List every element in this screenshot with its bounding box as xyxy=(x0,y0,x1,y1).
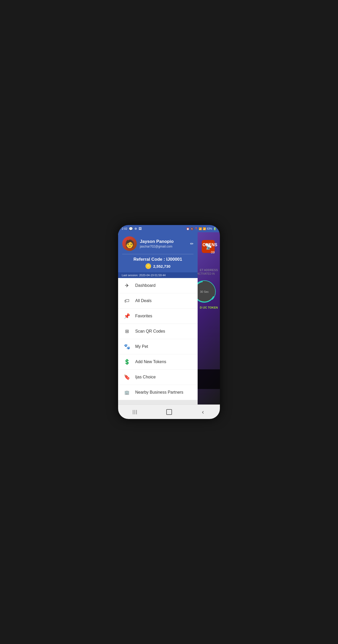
drawer: 🧑 Jayson Panopio jaschar702@gmail.com ✏ … xyxy=(118,232,198,405)
all-deals-icon: 🏷 xyxy=(123,297,131,304)
location-icon: 📍 xyxy=(195,227,198,230)
menu-list: ✈ Dashboard 🏷 All Deals 📌 Favorites ⊞ Sc… xyxy=(118,278,198,405)
menu-label-my-pet: My Pet xyxy=(135,344,148,349)
menu-label-dashboard: Dashboard xyxy=(135,283,155,288)
menu-item-favorites[interactable]: 📌 Favorites xyxy=(118,309,198,324)
back-chevron-icon: ‹ xyxy=(202,408,204,416)
nearby-icon: 🏢 xyxy=(123,389,131,396)
status-right: ⏰ 🔇 📍 📶 📶 63% 🔋 xyxy=(186,227,216,230)
mute-icon: 🔇 xyxy=(190,227,193,230)
menu-label-scan-qr: Scan QR Codes xyxy=(135,329,165,334)
profile-name: Jayson Panopio xyxy=(140,239,187,244)
dashboard-icon: ✈ xyxy=(123,282,131,289)
bg-ijc-text: D IJC TOKEN xyxy=(200,306,218,309)
profile-text: Jayson Panopio jaschar702@gmail.com xyxy=(140,239,187,248)
profile-email: jaschar702@gmail.com xyxy=(140,245,187,248)
menu-label-favorites: Favorites xyxy=(135,314,152,318)
referral-code-value: IJ00001 xyxy=(166,257,182,262)
add-tokens-icon: 💲 xyxy=(123,358,131,365)
time: 2:02 xyxy=(122,227,127,230)
home-square-icon xyxy=(166,409,172,415)
image-icon: 🖼 xyxy=(139,227,142,230)
menu-item-ijas-choice[interactable]: 🔖 Ijas Choice xyxy=(118,370,198,385)
my-pet-icon: 🐾 xyxy=(123,343,131,350)
menu-item-all-deals[interactable]: 🏷 All Deals xyxy=(118,293,198,309)
messenger-icon: 💬 xyxy=(129,227,133,231)
menu-item-add-tokens[interactable]: 💲 Add New Tokens xyxy=(118,354,198,370)
wifi-icon: 📶 xyxy=(199,227,202,230)
screen: 2:02 💬 ⊕ 🖼 ⏰ 🔇 📍 📶 📶 63% 🔋 📡 OKENS xyxy=(118,225,220,419)
timer-text: 30 Sec xyxy=(200,290,209,293)
menu-item-nearby[interactable]: 🏢 Nearby Business Partners xyxy=(118,385,198,400)
menu-item-my-pet[interactable]: 🐾 My Pet xyxy=(118,339,198,354)
bg-tokens-num: 09 xyxy=(211,250,215,254)
token-balance: 🪙 2,552,730 xyxy=(122,263,193,269)
menu-item-scan-qr[interactable]: ⊞ Scan QR Codes xyxy=(118,324,198,339)
edit-icon[interactable]: ✏ xyxy=(190,241,193,246)
ijas-choice-icon: 🔖 xyxy=(123,373,131,381)
profile-header: 🧑 Jayson Panopio jaschar702@gmail.com ✏ … xyxy=(118,232,198,272)
bg-activated-text: ACTIVATED IN xyxy=(197,272,215,275)
menu-lines-icon: ||| xyxy=(132,409,138,415)
scan-qr-icon: ⊞ xyxy=(123,328,131,335)
menu-label-nearby: Nearby Business Partners xyxy=(135,390,183,395)
avatar: 🧑 xyxy=(122,236,137,251)
coin-icon: 🪙 xyxy=(145,263,152,269)
token-balance-value: 2,552,730 xyxy=(153,264,170,268)
last-session: Last session: 2020-04-19 01:59:44 xyxy=(118,272,198,278)
status-bar: 2:02 💬 ⊕ 🖼 ⏰ 🔇 📍 📶 📶 63% 🔋 xyxy=(118,225,220,232)
menu-label-add-tokens: Add New Tokens xyxy=(135,360,166,364)
alarm-icon: ⏰ xyxy=(186,227,189,230)
phone-frame: 2:02 💬 ⊕ 🖼 ⏰ 🔇 📍 📶 📶 63% 🔋 📡 OKENS xyxy=(118,225,220,419)
bg-wallet-text: ET ADDRESS xyxy=(200,268,218,272)
referral-code-display: Referral Code : IJ00001 xyxy=(122,257,193,262)
menu-item-wellness[interactable]: 🏃 Wellness xyxy=(118,400,198,405)
menu-item-dashboard[interactable]: ✈ Dashboard xyxy=(118,278,198,293)
signal-icon: 📶 xyxy=(203,227,206,230)
menu-label-all-deals: All Deals xyxy=(135,298,152,303)
nav-back-button[interactable]: ‹ xyxy=(186,405,220,419)
referral-section: Referral Code : IJ00001 🪙 2,552,730 xyxy=(122,254,193,270)
favorites-icon: 📌 xyxy=(123,312,131,320)
status-left: 2:02 💬 ⊕ 🖼 xyxy=(122,227,142,231)
battery-pct: 63% xyxy=(207,227,212,230)
battery-icon: 🔋 xyxy=(213,227,216,230)
activity-icon: ⊕ xyxy=(134,227,137,230)
bottom-nav: ||| ‹ xyxy=(118,405,220,419)
bg-tokens-text: OKENS xyxy=(203,243,217,247)
profile-info: 🧑 Jayson Panopio jaschar702@gmail.com ✏ xyxy=(122,236,193,254)
nav-menu-button[interactable]: ||| xyxy=(118,405,152,419)
nav-home-button[interactable] xyxy=(152,405,186,419)
menu-label-ijas-choice: Ijas Choice xyxy=(135,375,156,379)
